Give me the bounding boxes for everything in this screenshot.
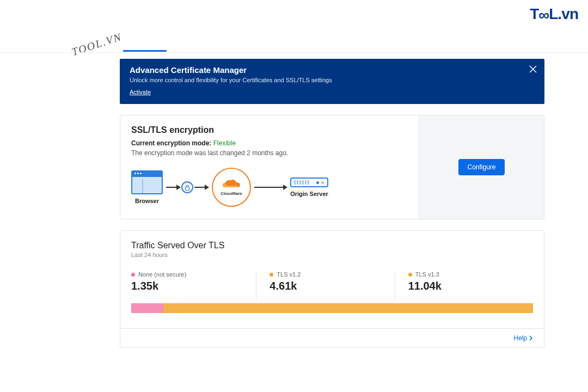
stat-label: TLS v1.3 [415, 271, 439, 278]
arrow-icon [166, 187, 180, 188]
arrow-icon [254, 187, 287, 188]
svg-rect-0 [186, 187, 189, 190]
dot-icon [131, 273, 135, 277]
activate-link[interactable]: Activate [130, 89, 151, 96]
browser-icon [131, 170, 163, 194]
stat-none: None (not secure) 1.35k [131, 271, 256, 300]
arrow-icon [194, 187, 209, 188]
bar-segment-none [131, 303, 163, 313]
stat-value: 11.04k [408, 280, 533, 292]
server-icon [290, 177, 328, 187]
help-link[interactable]: Help [120, 328, 544, 347]
bar-segment-tls13 [272, 303, 533, 313]
origin-label: Origin Server [290, 191, 328, 197]
bar-segment-tls12 [163, 303, 272, 313]
help-label: Help [513, 334, 527, 342]
encryption-mode-desc: The encryption mode was last changed 2 m… [131, 149, 408, 157]
cloudflare-icon: Cloudflare [212, 168, 251, 207]
dot-icon [270, 273, 273, 277]
encryption-mode-value: Flexible [213, 139, 236, 147]
stat-label: TLS v1.2 [277, 271, 301, 278]
configure-button[interactable]: Configure [458, 159, 504, 175]
acm-banner-desc: Unlock more control and flexibility for … [130, 77, 535, 83]
header-divider [0, 52, 588, 53]
acm-banner-title: Advanced Certificate Manager [130, 65, 535, 75]
dot-icon [408, 273, 412, 277]
stat-value: 1.35k [131, 280, 256, 292]
encryption-mode-line: Current encryption mode: Flexible [131, 139, 408, 147]
stat-label: None (not secure) [138, 271, 186, 278]
traffic-subtitle: Last 24 hours [131, 252, 533, 258]
lock-icon [181, 181, 193, 193]
cloudflare-label: Cloudflare [220, 191, 242, 196]
traffic-bar-chart [131, 303, 533, 313]
browser-label: Browser [135, 198, 159, 204]
encryption-diagram: Browser Cloudflare [131, 168, 408, 207]
acm-banner: Advanced Certificate Manager Unlock more… [120, 59, 544, 104]
chevron-right-icon [529, 335, 533, 341]
tab-active-underline [123, 50, 167, 52]
traffic-title: Traffic Served Over TLS [131, 241, 533, 250]
stat-value: 4.61k [270, 280, 394, 292]
ssl-encryption-card: SSL/TLS encryption Current encryption mo… [120, 115, 544, 219]
stat-tls13: TLS v1.3 11.04k [395, 271, 533, 300]
brand-watermark-diag: TOOL.VN [70, 30, 124, 58]
close-icon[interactable] [528, 64, 538, 74]
encryption-mode-label: Current encryption mode: [131, 139, 211, 147]
stat-tls12: TLS v1.2 4.61k [256, 271, 394, 300]
traffic-stats-row: None (not secure) 1.35k TLS v1.2 4.61k T… [131, 271, 533, 300]
brand-watermark-logo: T∞L.vn [530, 5, 578, 23]
ssl-title: SSL/TLS encryption [131, 125, 408, 135]
traffic-tls-card: Traffic Served Over TLS Last 24 hours No… [120, 230, 544, 348]
